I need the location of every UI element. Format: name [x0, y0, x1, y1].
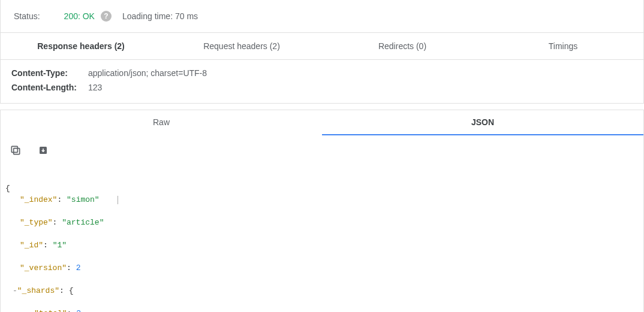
loading-time: Loading time: 70 ms — [122, 11, 198, 21]
tab-response-headers[interactable]: Response headers (2) — [1, 33, 161, 59]
tab-redirects[interactable]: Redirects (0) — [322, 33, 483, 59]
help-icon[interactable]: ? — [101, 11, 112, 22]
header-content-type: Content-Type: application/json; charset=… — [11, 66, 633, 80]
body-tabs: Raw JSON — [1, 110, 643, 135]
response-headers-list: Content-Type: application/json; charset=… — [1, 59, 643, 103]
tab-raw[interactable]: Raw — [1, 110, 322, 135]
response-body-panel: Raw JSON { "_index": "simon" "_type": "a… — [0, 110, 644, 312]
json-key: "total" — [34, 309, 67, 312]
svg-rect-1 — [11, 146, 17, 152]
json-key: "_type" — [20, 218, 53, 227]
tab-timings[interactable]: Timings — [483, 33, 643, 59]
header-value: application/json; charset=UTF-8 — [88, 68, 207, 78]
json-string: "simon" — [67, 195, 100, 204]
json-number: 2 — [76, 309, 81, 312]
json-toolbar — [1, 135, 643, 160]
header-key: Content-Type: — [11, 68, 83, 78]
collapse-toggle-icon[interactable]: - — [5, 286, 17, 295]
json-number: 2 — [76, 263, 81, 272]
json-string: "1" — [53, 241, 67, 250]
header-content-length: Content-Length: 123 — [11, 80, 633, 95]
header-key: Content-Length: — [11, 83, 83, 92]
json-string: "article" — [62, 218, 104, 227]
header-value: 123 — [88, 83, 102, 92]
response-meta-panel: Status: 200: OK ? Loading time: 70 ms Re… — [0, 0, 644, 104]
download-icon[interactable] — [37, 144, 50, 157]
status-label: Status: — [14, 11, 40, 21]
status-code: 200: OK — [64, 11, 95, 21]
status-row: Status: 200: OK ? Loading time: 70 ms — [1, 0, 643, 32]
text-cursor — [118, 196, 118, 204]
copy-icon[interactable] — [9, 144, 22, 157]
brace: { — [5, 184, 10, 193]
json-key: "_id" — [20, 241, 43, 250]
json-key: "_shards" — [17, 286, 59, 295]
tab-json[interactable]: JSON — [322, 110, 643, 135]
json-key: "_index" — [20, 195, 57, 204]
header-tabs: Response headers (2) Request headers (2)… — [1, 32, 643, 59]
svg-rect-0 — [14, 149, 20, 155]
json-viewer[interactable]: { "_index": "simon" "_type": "article" "… — [1, 160, 643, 312]
brace: { — [69, 286, 74, 295]
json-key: "_version" — [20, 263, 67, 272]
tab-request-headers[interactable]: Request headers (2) — [161, 33, 322, 59]
